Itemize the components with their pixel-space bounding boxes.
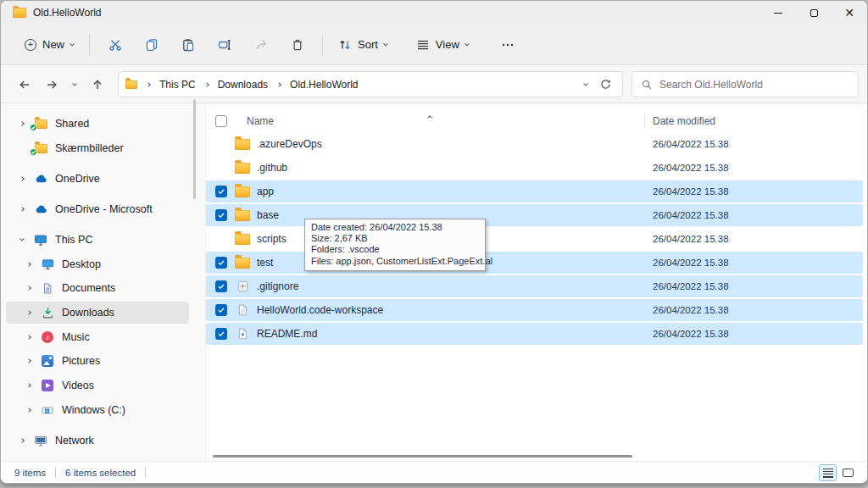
sidebar-scrollbar[interactable]	[193, 99, 196, 199]
maximize-button[interactable]	[796, 1, 832, 25]
minimize-icon	[774, 13, 782, 14]
forward-button[interactable]	[40, 73, 64, 97]
paste-button[interactable]	[170, 30, 206, 59]
address-dropdown-icon[interactable]	[583, 80, 588, 86]
address-bar[interactable]: This PC Downloads Old.HelloWorld	[118, 71, 623, 97]
column-separator[interactable]	[644, 114, 645, 129]
sidebar-item-label: Pictures	[62, 355, 100, 367]
document-file-icon	[233, 303, 252, 317]
file-row[interactable]: .azureDevOps 26/04/2022 15.38	[206, 133, 863, 155]
row-checkbox-checked[interactable]	[215, 280, 227, 292]
sort-icon	[338, 38, 352, 52]
sidebar-item-network[interactable]: Network	[6, 430, 189, 452]
breadcrumb-this-pc[interactable]: This PC	[158, 77, 198, 92]
sidebar-item-videos[interactable]: Videos	[6, 374, 189, 396]
recent-locations-button[interactable]	[67, 73, 82, 97]
items-count: 9 items	[14, 468, 46, 478]
share-button[interactable]	[242, 30, 279, 59]
chevron-right-icon	[16, 439, 28, 442]
column-header-name[interactable]: Name	[247, 115, 274, 127]
this-pc-icon	[33, 234, 48, 247]
search-input[interactable]	[659, 79, 849, 91]
view-button[interactable]: View	[408, 30, 477, 59]
chevron-right-icon	[23, 286, 35, 290]
network-icon	[33, 435, 48, 447]
sidebar-item-label: Windows (C:)	[62, 404, 125, 416]
rename-button[interactable]	[206, 30, 242, 59]
file-row[interactable]: app 26/04/2022 15.38	[206, 180, 863, 202]
downloads-icon	[40, 307, 55, 319]
sidebar-item-label: Documents	[62, 282, 115, 294]
column-header-date-modified[interactable]: Date modified	[653, 115, 715, 127]
see-more-button[interactable]	[491, 30, 525, 59]
large-icons-view-icon	[843, 469, 854, 477]
sidebar-item-label: Music	[62, 331, 90, 343]
row-checkbox-checked[interactable]	[215, 304, 227, 316]
tooltip-date-created: Date created: 26/04/2022 15.38	[311, 222, 479, 233]
sidebar-item-desktop[interactable]: Desktop	[6, 253, 189, 275]
breadcrumb-chevron-icon	[204, 82, 209, 87]
sidebar-item-music[interactable]: ♪ Music	[6, 326, 189, 348]
chevron-down-icon	[465, 41, 470, 46]
copy-icon	[145, 38, 159, 52]
new-button[interactable]: + New	[16, 30, 82, 59]
sidebar-item-windows-c[interactable]: Windows (C:)	[6, 399, 189, 421]
large-icons-view-button[interactable]	[839, 464, 857, 481]
breadcrumb-chevron-icon	[146, 82, 151, 87]
sidebar-item-shared[interactable]: Shared	[6, 113, 189, 135]
file-row[interactable]: .gitignore 26/04/2022 15.38	[206, 275, 863, 297]
search-box[interactable]	[632, 71, 859, 97]
folder-icon	[233, 258, 252, 269]
sidebar-item-onedrive-microsoft[interactable]: OneDrive - Microsoft	[6, 198, 189, 220]
view-button-label: View	[436, 38, 459, 51]
details-view-button[interactable]	[819, 464, 837, 481]
breadcrumb-current-folder[interactable]: Old.HelloWorld	[288, 77, 359, 92]
tooltip-size: Size: 2,67 KB	[311, 233, 479, 244]
folder-icon	[233, 186, 252, 197]
row-checkbox-checked[interactable]	[215, 328, 227, 340]
sidebar-item-pictures[interactable]: Pictures	[6, 350, 189, 372]
row-checkbox-checked[interactable]	[215, 186, 227, 197]
sidebar-item-documents[interactable]: Documents	[6, 277, 189, 299]
folder-icon	[233, 234, 252, 245]
chevron-right-icon	[23, 359, 35, 363]
back-button[interactable]	[13, 73, 36, 97]
sidebar-item-label: Desktop	[62, 258, 101, 270]
file-row[interactable]: README.md 26/04/2022 15.38	[206, 323, 863, 345]
copy-button[interactable]	[133, 30, 170, 59]
address-row: This PC Downloads Old.HelloWorld	[1, 66, 867, 103]
status-divider	[145, 467, 146, 478]
synced-folder-icon	[33, 144, 48, 153]
sidebar-item-label: OneDrive	[55, 173, 100, 185]
sort-button[interactable]: Sort	[330, 30, 396, 59]
folder-info-tooltip: Date created: 26/04/2022 15.38 Size: 2,6…	[304, 219, 486, 271]
select-all-checkbox[interactable]	[215, 115, 227, 127]
breadcrumb-downloads[interactable]: Downloads	[216, 77, 270, 92]
file-row[interactable]: HelloWorld.code-workspace 26/04/2022 15.…	[206, 299, 863, 321]
file-row[interactable]: .github 26/04/2022 15.38	[206, 157, 863, 179]
new-button-label: New	[42, 38, 64, 51]
horizontal-scrollbar[interactable]	[213, 455, 632, 458]
paste-icon	[181, 38, 195, 52]
close-icon: ✕	[844, 7, 854, 19]
chevron-right-icon	[23, 408, 35, 412]
row-checkbox-checked[interactable]	[215, 257, 227, 269]
sort-button-label: Sort	[358, 38, 378, 51]
row-checkbox-checked[interactable]	[215, 209, 227, 221]
up-icon	[91, 78, 104, 92]
minimize-button[interactable]	[760, 1, 796, 25]
command-bar: + New Sort View	[1, 25, 867, 65]
delete-button[interactable]	[279, 30, 315, 59]
windows-drive-icon	[40, 404, 55, 417]
up-button[interactable]	[86, 73, 109, 97]
chevron-right-icon	[16, 122, 28, 125]
status-bar: 9 items 6 items selected	[1, 461, 867, 483]
sidebar-item-onedrive[interactable]: OneDrive	[6, 168, 189, 190]
maximize-icon	[810, 9, 818, 17]
refresh-icon[interactable]	[599, 78, 612, 91]
cut-button[interactable]	[97, 30, 133, 59]
sidebar-item-downloads[interactable]: Downloads	[6, 302, 189, 324]
sidebar-item-this-pc[interactable]: This PC	[6, 229, 189, 251]
close-button[interactable]: ✕	[832, 1, 867, 25]
sidebar-item-skaermbilleder[interactable]: Skærmbilleder	[6, 137, 189, 159]
